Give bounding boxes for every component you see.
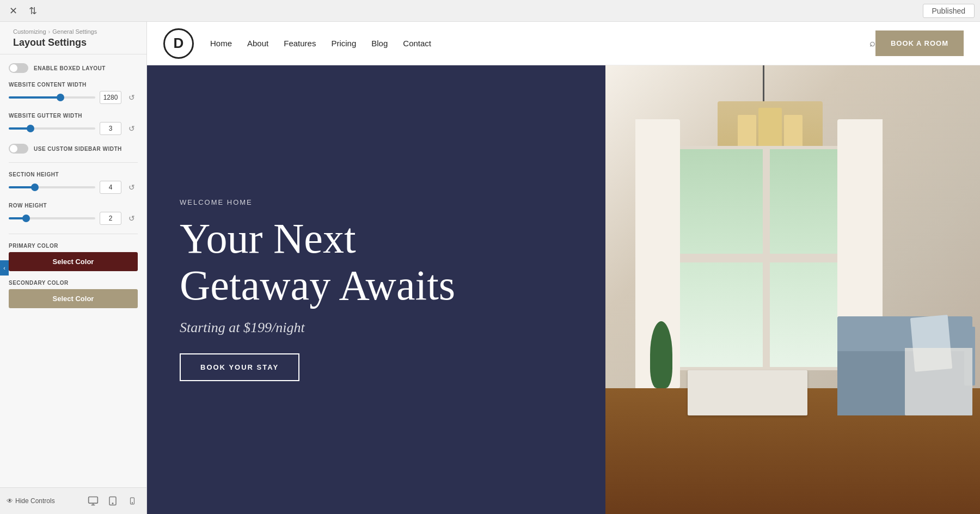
section-height-thumb[interactable] [31, 183, 39, 191]
tablet-view-button[interactable] [105, 493, 120, 509]
use-custom-sidebar-row: USE CUSTOM SIDEBAR WIDTH [9, 144, 138, 154]
mobile-view-button[interactable] [125, 493, 140, 509]
row-height-slider-row: 2 ↺ [9, 212, 138, 225]
published-button[interactable]: Published [923, 4, 975, 18]
nav-link-pricing[interactable]: Pricing [331, 39, 356, 48]
website-content-width-fill [9, 96, 60, 99]
device-icons [85, 493, 140, 509]
back-icon: ‹ [3, 265, 5, 271]
website-content-width-label: WEBSITE CONTENT WIDTH [9, 82, 138, 88]
hero-subtitle: WELCOME HOME [180, 198, 573, 206]
nav-link-home[interactable]: Home [210, 39, 232, 48]
breadcrumb-customizing: Customizing [13, 28, 46, 35]
divider [9, 162, 138, 163]
nav-link-features[interactable]: Features [284, 39, 316, 48]
website-gutter-width-reset[interactable]: ↺ [126, 123, 138, 134]
website-gutter-width-track[interactable] [9, 127, 95, 130]
hero-image [605, 65, 981, 514]
tablet-icon [108, 495, 118, 506]
secondary-color-control: SECONDARY COLOR Select Color [9, 280, 138, 308]
hide-controls-label: Hide Controls [15, 497, 55, 505]
hero-content: WELCOME HOME Your Next Getaway Awaits St… [147, 65, 605, 514]
hide-controls-button[interactable]: 👁 Hide Controls [7, 497, 55, 505]
svg-rect-0 [89, 497, 98, 504]
svg-point-6 [132, 503, 132, 503]
primary-color-control: PRIMARY COLOR Select Color [9, 243, 138, 271]
website-gutter-width-value: 3 [100, 122, 121, 135]
section-height-reset[interactable]: ↺ [126, 181, 138, 193]
hero-section: WELCOME HOME Your Next Getaway Awaits St… [147, 65, 980, 514]
site-logo: D [163, 28, 194, 59]
sidebar: ‹ Customizing › General Settings Layout … [0, 22, 147, 514]
close-button[interactable]: ✕ [5, 3, 21, 19]
sidebar-title: Layout Settings [13, 37, 138, 48]
website-content-width-track[interactable] [9, 96, 95, 99]
sidebar-footer: 👁 Hide Controls [0, 487, 146, 514]
row-height-track[interactable] [9, 217, 95, 219]
preview-area: D Home About Features Pricing Blog Conta… [147, 22, 980, 514]
nav-link-about[interactable]: About [247, 39, 268, 48]
svg-point-4 [112, 503, 113, 504]
primary-color-button[interactable]: Select Color [9, 252, 138, 271]
breadcrumb-general-settings: General Settings [52, 28, 97, 35]
hero-title-line1: Your Next [180, 215, 356, 262]
row-height-value: 2 [100, 212, 121, 225]
breadcrumb: Customizing › General Settings [13, 28, 138, 35]
swap-button[interactable]: ⇅ [25, 3, 40, 19]
website-content-width-reset[interactable]: ↺ [126, 91, 138, 103]
back-arrow-button[interactable]: ‹ [0, 260, 9, 276]
row-height-reset[interactable]: ↺ [126, 212, 138, 224]
website-gutter-width-slider-row: 3 ↺ [9, 122, 138, 135]
row-height-control: ROW HEIGHT 2 ↺ [9, 203, 138, 225]
row-height-label: ROW HEIGHT [9, 203, 138, 209]
room-interior [605, 65, 981, 514]
primary-color-label: PRIMARY COLOR [9, 243, 138, 249]
website-content-width-value: 1280 [100, 91, 121, 104]
hero-price: Starting at $199/night [180, 320, 573, 336]
divider2 [9, 234, 138, 234]
section-height-slider-row: 4 ↺ [9, 181, 138, 194]
nav-link-blog[interactable]: Blog [371, 39, 388, 48]
use-custom-sidebar-label: USE CUSTOM SIDEBAR WIDTH [34, 146, 122, 152]
secondary-color-button[interactable]: Select Color [9, 289, 138, 308]
section-height-value: 4 [100, 181, 121, 194]
desktop-icon [88, 495, 99, 506]
enable-boxed-layout-row: ENABLE BOXED LAYOUT [9, 63, 138, 73]
website-content-width-slider-row: 1280 ↺ [9, 91, 138, 104]
top-bar: ✕ ⇅ Published [0, 0, 980, 22]
nav-cta-button[interactable]: BOOK A ROOM [875, 30, 964, 56]
main-layout: ‹ Customizing › General Settings Layout … [0, 22, 980, 514]
row-height-thumb[interactable] [22, 215, 30, 222]
section-height-track[interactable] [9, 186, 95, 188]
secondary-color-label: SECONDARY COLOR [9, 280, 138, 286]
website-gutter-width-label: WEBSITE GUTTER WIDTH [9, 113, 138, 119]
nav-bar: D Home About Features Pricing Blog Conta… [147, 22, 980, 65]
hero-title-line2: Getaway Awaits [180, 261, 455, 309]
website-content-width-control: WEBSITE CONTENT WIDTH 1280 ↺ [9, 82, 138, 104]
sidebar-content: ENABLE BOXED LAYOUT WEBSITE CONTENT WIDT… [0, 54, 146, 487]
section-height-label: SECTION HEIGHT [9, 172, 138, 178]
sidebar-header: Customizing › General Settings Layout Se… [0, 22, 146, 54]
enable-boxed-layout-toggle[interactable] [9, 63, 28, 73]
mobile-icon [128, 495, 136, 506]
hero-title: Your Next Getaway Awaits [180, 215, 573, 309]
enable-boxed-layout-label: ENABLE BOXED LAYOUT [34, 65, 106, 71]
desktop-view-button[interactable] [85, 493, 101, 509]
section-height-control: SECTION HEIGHT 4 ↺ [9, 172, 138, 194]
nav-links: Home About Features Pricing Blog Contact [210, 39, 864, 48]
nav-link-contact[interactable]: Contact [403, 39, 431, 48]
use-custom-sidebar-toggle[interactable] [9, 144, 28, 154]
website-gutter-width-control: WEBSITE GUTTER WIDTH 3 ↺ [9, 113, 138, 135]
breadcrumb-arrow: › [48, 28, 51, 35]
hero-cta-button[interactable]: BOOK YOUR STAY [180, 353, 299, 381]
search-icon[interactable]: ⌕ [869, 38, 875, 49]
website-gutter-width-thumb[interactable] [27, 125, 34, 132]
eye-icon: 👁 [7, 497, 13, 505]
website-content-width-thumb[interactable] [57, 94, 64, 101]
